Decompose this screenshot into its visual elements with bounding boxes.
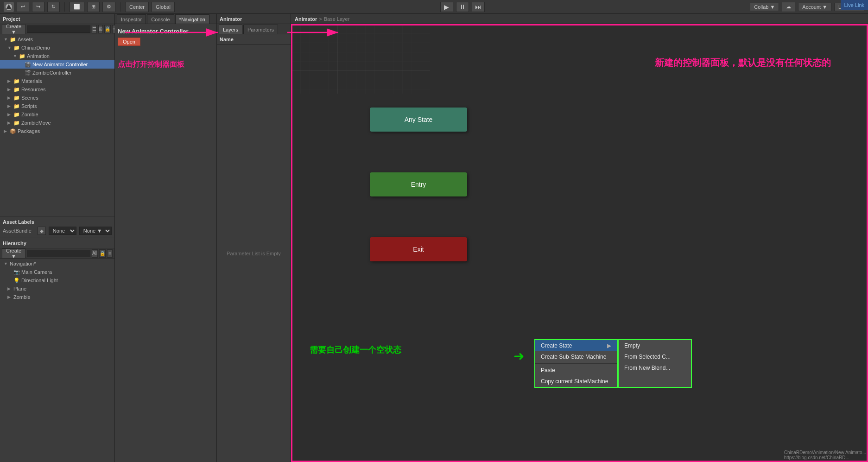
empty-state-item[interactable]: Empty: [619, 340, 691, 351]
navigation-scene[interactable]: ▼ Navigation*: [0, 259, 114, 268]
param-list-empty: Parameter List is Empty: [217, 44, 291, 462]
project-panel: Project Create ▼ ☰ ⊞ 🔒 ≡ ▼ 📁 Assets ▼ 📁: [0, 14, 114, 238]
main-camera-item[interactable]: 📷 Main Camera: [0, 268, 114, 276]
create-state-item[interactable]: Create State ▶: [535, 340, 617, 351]
packages-item[interactable]: ▶ 📦 Packages: [0, 127, 114, 135]
hierarchy-lock-btn[interactable]: 🔒: [99, 249, 106, 258]
global-button[interactable]: Global: [152, 2, 175, 12]
project-lock-btn[interactable]: 🔒: [104, 25, 111, 33]
hierarchy-panel-title: Hierarchy: [3, 240, 26, 246]
plane-item[interactable]: ▶ Plane: [0, 285, 114, 293]
assetbundle-none2-select[interactable]: None ▼: [79, 227, 112, 235]
live-link-btn[interactable]: Live Link: [841, 0, 868, 10]
copy-label: Copy current StateMachine: [541, 378, 608, 385]
toolbar-rect-btn[interactable]: ⬜: [70, 2, 84, 12]
zombie-move-item[interactable]: ▶ 📁 ZombieMove: [0, 119, 114, 127]
new-animator-controller-item[interactable]: 🎬 New Animator Controller: [0, 60, 114, 69]
collab-button[interactable]: Collab ▼: [750, 3, 779, 11]
param-empty-text: Parameter List is Empty: [227, 251, 281, 256]
grid-bg: [291, 24, 430, 94]
hierarchy-create-btn[interactable]: Create ▼: [2, 248, 25, 259]
from-selected-label: From Selected C...: [624, 354, 671, 360]
scripts-icon: 📁: [13, 103, 20, 109]
resources-item[interactable]: ▶ 📁 Resources: [0, 85, 114, 94]
assetbundle-none-select[interactable]: None: [49, 227, 76, 235]
scripts-item[interactable]: ▶ 📁 Scripts: [0, 102, 114, 110]
copy-state-machine-item[interactable]: Copy current StateMachine: [535, 376, 617, 387]
animation-label: Animation: [27, 53, 50, 59]
watermark-url: https://blog.csdn.net/ChinaRD...: [784, 455, 849, 460]
from-new-blend-item[interactable]: From New Blend...: [619, 362, 691, 373]
hierarchy-all-btn[interactable]: All: [92, 249, 98, 258]
animator-canvas[interactable]: 新建的控制器面板，默认是没有任何状态的 Any State Entry Exit…: [291, 24, 868, 462]
hierarchy-panel-header: Hierarchy: [0, 238, 114, 248]
cloud-button[interactable]: ☁: [782, 2, 795, 12]
create-sub-state-item[interactable]: Create Sub-State Machine: [535, 351, 617, 362]
zc-label: ZombieController: [32, 70, 71, 76]
navigation-tab[interactable]: *Navigation: [175, 14, 209, 24]
middle-area: Inspector Console *Navigation New Animat…: [115, 14, 217, 462]
toolbar-grid-btn[interactable]: ⊞: [87, 2, 100, 12]
inspector-open-row: Open: [118, 38, 214, 46]
animator-header: Animator > Base Layer Live Link: [291, 14, 868, 24]
pkg-icon: 📦: [10, 128, 16, 134]
project-filter-btn[interactable]: ☰: [92, 25, 97, 33]
zombie-hierarchy-item[interactable]: ▶ Zombie: [0, 293, 114, 301]
entry-node[interactable]: Entry: [370, 172, 467, 196]
parameters-tab[interactable]: Parameters: [243, 25, 278, 34]
chinar-demo-item[interactable]: ▼ 📁 ChinarDemo: [0, 44, 114, 52]
from-selected-item[interactable]: From Selected C...: [619, 351, 691, 362]
create-sub-label: Create Sub-State Machine: [541, 354, 606, 360]
toolbar-undo-btn[interactable]: ↩: [17, 2, 29, 12]
create-state-arrow: ▶: [607, 342, 611, 349]
animator-breadcrumb: >: [319, 16, 322, 22]
chinar-icon: 📁: [13, 45, 20, 51]
project-search-input[interactable]: [27, 25, 90, 33]
animator-title: Animator: [220, 16, 242, 22]
zc-icon: 🎬: [25, 70, 31, 76]
mat-label: Materials: [21, 78, 42, 84]
inspector-tab[interactable]: Inspector: [117, 14, 146, 24]
toolbar-refresh-btn[interactable]: ↻: [47, 2, 60, 12]
any-state-node[interactable]: Any State: [370, 108, 467, 132]
materials-item[interactable]: ▶ 📁 Materials: [0, 77, 114, 85]
assets-label: Assets: [18, 37, 33, 42]
animation-folder[interactable]: ▼ 📁 Animation: [0, 52, 114, 60]
res-label: Resources: [21, 87, 46, 92]
paste-item[interactable]: Paste: [535, 365, 617, 376]
asset-pick-btn[interactable]: ◆: [38, 227, 46, 235]
zombie-label: Zombie: [21, 112, 38, 117]
svg-rect-3: [291, 24, 430, 94]
play-button[interactable]: ▶: [440, 2, 453, 12]
scenes-arrow: ▶: [7, 95, 12, 100]
step-button[interactable]: ⏭: [472, 2, 485, 12]
main-area: Project Create ▼ ☰ ⊞ 🔒 ≡ ▼ 📁 Assets ▼ 📁: [0, 14, 868, 462]
project-view-btn[interactable]: ⊞: [98, 25, 103, 33]
zombie-arrow: ▶: [7, 112, 12, 117]
pause-button[interactable]: ⏸: [456, 2, 469, 12]
toolbar-redo-btn[interactable]: ↪: [32, 2, 44, 12]
directional-light-item[interactable]: 💡 Directional Light: [0, 276, 114, 285]
dl-icon: 💡: [13, 278, 20, 284]
hierarchy-search-input[interactable]: [27, 250, 90, 257]
layers-name-label: Name: [220, 37, 234, 42]
hierarchy-menu-btn[interactable]: ≡: [107, 249, 113, 258]
console-tab[interactable]: Console: [147, 14, 174, 24]
open-button[interactable]: Open: [118, 38, 140, 46]
exit-node[interactable]: Exit: [370, 237, 467, 261]
annotation-area: 点击打开控制器面板: [118, 60, 214, 70]
project-create-btn[interactable]: Create ▼: [2, 24, 25, 34]
center-button[interactable]: Center: [125, 2, 149, 12]
zombie-item[interactable]: ▶ 📁 Zombie: [0, 110, 114, 119]
scenes-item[interactable]: ▶ 📁 Scenes: [0, 94, 114, 102]
account-button[interactable]: Account ▼: [798, 3, 831, 11]
controller-name: New Animator Controller: [118, 28, 214, 35]
zombie-controller-item[interactable]: 🎬 ZombieController: [0, 69, 114, 77]
middle-tabs: Inspector Console *Navigation: [115, 14, 216, 24]
toolbar-settings-btn[interactable]: ⚙: [102, 2, 115, 12]
layers-tab[interactable]: Layers: [219, 25, 242, 34]
zm-arrow: ▶: [7, 120, 12, 125]
assets-root[interactable]: ▼ 📁 Assets: [0, 35, 114, 44]
asset-labels-panel: Asset Labels AssetBundle ◆ None None ▼: [0, 216, 114, 238]
project-content: ▼ 📁 Assets ▼ 📁 ChinarDemo ▼ 📁 Animation …: [0, 34, 114, 216]
